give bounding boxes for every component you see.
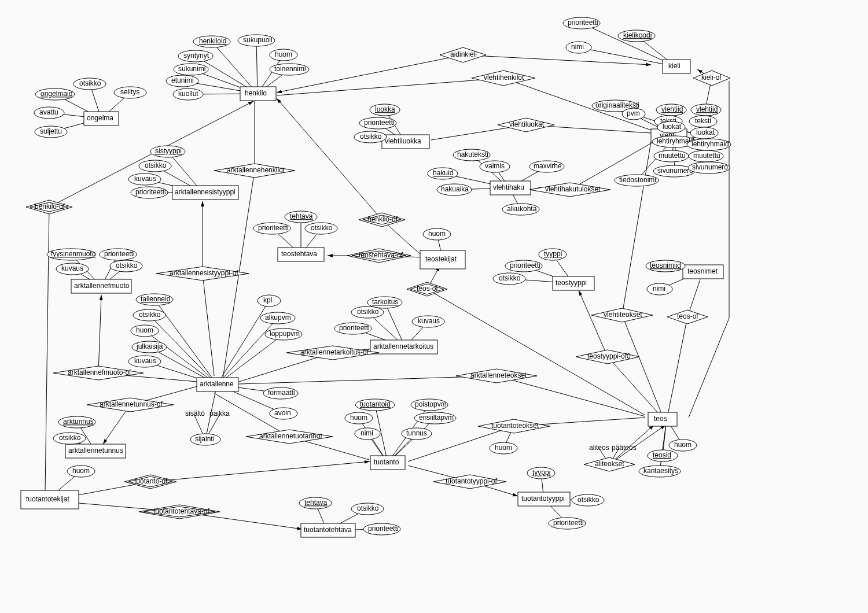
svg-line-57 xyxy=(217,318,278,385)
svg-text:syntynyt: syntynyt xyxy=(183,51,209,60)
attr-prioriteetti-atk: prioriteetti xyxy=(334,323,372,334)
attr-formaatti: formaatti xyxy=(263,387,298,399)
svg-text:tallenneid: tallenneid xyxy=(141,295,170,303)
svg-text:prioriteetti: prioriteetti xyxy=(553,519,584,527)
attr-vlehtiid: vlehtiid xyxy=(656,104,686,116)
attr-otsikko-atk: otsikko xyxy=(351,306,384,318)
label: arktallennetunnus xyxy=(68,446,123,455)
entity-arktallenne: arktallenne xyxy=(197,378,238,392)
label: tuotanto xyxy=(374,458,399,466)
label: vlehtihakutulokset xyxy=(545,185,601,193)
svg-text:tuotantoid: tuotantoid xyxy=(360,400,391,408)
svg-text:kuvaus: kuvaus xyxy=(134,175,156,183)
label: vlehtiteokset xyxy=(604,311,642,319)
label: teos xyxy=(654,415,667,423)
attr-paikka: paikka xyxy=(209,409,230,418)
svg-text:kantaesitys: kantaesitys xyxy=(643,467,678,475)
svg-text:huom: huom xyxy=(350,413,367,422)
rel-vlehtihakutulokset: vlehtihakutulokset xyxy=(529,183,610,197)
svg-line-58 xyxy=(217,334,284,385)
svg-text:prioriteetti: prioriteetti xyxy=(368,525,399,533)
svg-text:vlehtiid: vlehtiid xyxy=(696,105,718,113)
svg-text:kielikoodi: kielikoodi xyxy=(623,31,652,39)
svg-text:otsikko: otsikko xyxy=(499,274,521,282)
svg-text:ensiiltapvm: ensiiltapvm xyxy=(419,413,454,422)
entity-tuotantotyyppi: tuotantotyyppi xyxy=(518,492,570,506)
svg-text:tehtava: tehtava xyxy=(290,212,313,220)
attr-teosnimiid: teosnimiid xyxy=(646,260,685,272)
svg-text:sistyyppi: sistyyppi xyxy=(155,147,182,155)
svg-text:sijainti: sijainti xyxy=(195,435,214,443)
svg-text:alkukohta: alkukohta xyxy=(507,205,537,213)
entity-teosnimet: teosnimet xyxy=(683,265,723,279)
svg-text:arktunnus: arktunnus xyxy=(63,418,94,426)
attr-pvm: pvm xyxy=(622,108,645,120)
rel-arktallenneteokset: arktallenneteokset xyxy=(456,369,537,383)
attr-huom-ttk: huom xyxy=(67,466,95,477)
rel-arktallennetarkoitus-of: arktallennetarkoitus-of xyxy=(286,346,379,360)
svg-text:luokat: luokat xyxy=(696,128,715,136)
label: arktallennetarkoitus-of xyxy=(300,348,369,356)
attr-huom-at: huom xyxy=(131,325,159,337)
svg-text:suljettu: suljettu xyxy=(40,127,62,135)
entity-arktallennesistyyppi: arktallennesistyyppi xyxy=(172,186,238,200)
svg-text:kuvaus: kuvaus xyxy=(134,357,156,365)
label: tuotantotyyppi-of xyxy=(446,477,497,485)
svg-text:sukunimi: sukunimi xyxy=(178,65,205,73)
label: kieli-of xyxy=(701,73,722,82)
svg-text:poistopvm: poistopvm xyxy=(415,400,447,408)
label: teosnimet xyxy=(687,267,718,275)
attr-huom-tu: huom xyxy=(345,412,373,424)
svg-text:otsikko: otsikko xyxy=(311,224,333,232)
attr-muutettu: muutettu xyxy=(654,150,689,162)
attr-huom-henkilo: huom xyxy=(270,49,297,61)
svg-text:prioriteetti: prioriteetti xyxy=(510,261,540,269)
attr-kuvaus-fm: kuvaus xyxy=(56,263,89,275)
label: henkilo-of xyxy=(367,215,398,223)
attr-tehtava-tt: tehtava xyxy=(285,211,317,223)
attr-teksti2: teksti xyxy=(689,116,717,127)
label: tuotantotyyppi xyxy=(521,494,565,503)
label: henkilo xyxy=(245,89,267,97)
rel-teostehtava-of: teostehtava-of xyxy=(347,249,411,263)
attr-paateos: pääteos xyxy=(612,444,637,452)
entity-tuotantotehtava: tuotantotehtava xyxy=(301,523,355,537)
svg-text:prioriteetti: prioriteetti xyxy=(135,188,166,196)
rel-tuotantotehtava-of: tuotantotehtava-of xyxy=(139,505,220,519)
attr-syntynyt: syntynyt xyxy=(178,50,213,62)
entity-tuotanto: tuotanto xyxy=(370,456,405,470)
attr-tiedostonimi: tiedostonimi xyxy=(615,175,659,186)
svg-text:formaatti: formaatti xyxy=(268,389,295,397)
attr-otsikko-tt: otsikko xyxy=(305,223,337,234)
label: tuotanto-of xyxy=(134,477,168,485)
attr-fyysinenmuoto: fyysinenmuoto xyxy=(47,249,96,260)
svg-text:prioriteetti: prioriteetti xyxy=(104,250,135,258)
svg-text:selitys: selitys xyxy=(120,88,139,96)
rel-henkilo-of-1: henkilo-of xyxy=(26,200,72,214)
attr-muutettu2: muutettu xyxy=(689,150,723,162)
svg-line-107 xyxy=(496,376,645,416)
attr-sivunumero2: sivunumero xyxy=(688,162,730,173)
svg-text:tehtava: tehtava xyxy=(304,498,328,507)
label: tuotantotehtava-of xyxy=(153,507,209,515)
entity-teostehtava: teostehtava xyxy=(278,248,324,261)
svg-text:tarkoitus: tarkoitus xyxy=(372,298,398,306)
attr-otsikko-vl: otsikko xyxy=(354,131,387,143)
svg-text:ongelmaid: ongelmaid xyxy=(41,90,72,98)
svg-text:otsikko: otsikko xyxy=(116,261,138,269)
label: teos-of xyxy=(417,285,438,293)
attr-kuvaus-at: kuvaus xyxy=(128,356,161,367)
svg-line-56 xyxy=(217,301,269,385)
attr-tunnus: tunnus xyxy=(402,428,432,440)
label: vlehtihenkilot xyxy=(484,73,524,82)
svg-text:kuollut: kuollut xyxy=(178,90,198,98)
attr-prioriteetti-ts: prioriteetti xyxy=(505,260,542,272)
attr-otsikko-at: otsikko xyxy=(133,309,165,321)
svg-text:luokat: luokat xyxy=(663,123,682,131)
rel-vlehtiluokat: vlehtiluokat xyxy=(498,118,554,132)
svg-text:kuvaus: kuvaus xyxy=(61,264,83,272)
rel-aidinkieli: aidinkieli xyxy=(440,47,486,62)
label: aliteokset xyxy=(595,460,624,468)
svg-text:otsikko: otsikko xyxy=(360,132,382,141)
attr-vlehtiid2: vlehtiid xyxy=(691,104,721,116)
